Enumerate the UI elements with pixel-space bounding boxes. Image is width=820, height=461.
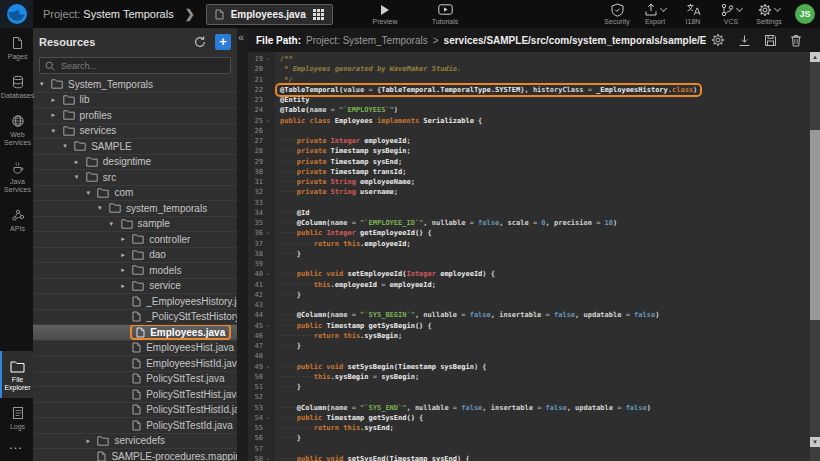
gutter-line: 27 [248, 136, 275, 146]
fold-marker-icon[interactable]: - [263, 54, 273, 64]
tree-item[interactable]: Employees.java [33, 325, 237, 341]
sidebar-item-databases[interactable]: Databases [0, 67, 33, 106]
gutter-line: 32 [248, 187, 275, 197]
gutter-line: 33 [248, 198, 275, 208]
wavemaker-logo[interactable] [0, 0, 33, 28]
filepath-label: File Path: [256, 35, 301, 46]
tree-item[interactable]: SAMPLE-procedures.mappings.json [33, 449, 237, 461]
download-icon[interactable] [738, 34, 751, 47]
sidebar-item-file-explorer[interactable]: File Explorer [0, 351, 33, 398]
sidebar-item-web-services[interactable]: Web Services [0, 106, 33, 153]
video-icon [438, 3, 453, 16]
play-icon [380, 3, 390, 16]
grid-icon[interactable] [313, 9, 324, 20]
code-line: ····} [280, 249, 810, 259]
search-box[interactable] [39, 57, 231, 74]
tree-item[interactable]: EmployeesHistId.java [33, 356, 237, 372]
tree-item[interactable]: ▾sample [33, 217, 237, 233]
code-token: = [331, 106, 339, 114]
topbar-export-button[interactable]: Export [640, 3, 670, 25]
tree-item[interactable]: ▸models [33, 263, 237, 279]
fold-marker-icon[interactable]: - [263, 116, 273, 126]
refresh-icon[interactable] [194, 36, 206, 48]
tree-item[interactable]: ▾SAMPLE [33, 139, 237, 155]
tree-item[interactable]: PolicySttTest.java [33, 372, 237, 388]
sidebar-bottom: File ExplorerLogs [0, 351, 33, 437]
fold-marker-icon[interactable]: - [263, 454, 273, 461]
code-token: = [596, 219, 604, 227]
code-line: ····public void setSysEnd(Timestamp sysE… [280, 454, 810, 461]
sidebar-item-pages[interactable]: Pages [0, 28, 33, 67]
tree-item-label: SAMPLE-procedures.mappings.json [111, 451, 237, 461]
tree-item[interactable]: ▾com [33, 186, 237, 202]
fold-marker-icon[interactable]: - [263, 269, 273, 279]
code-token: this [314, 281, 331, 289]
fold-spacer [263, 280, 273, 290]
line-number: 46 [248, 331, 263, 341]
topbar-settings-button[interactable]: Settings [754, 3, 784, 25]
tree-item[interactable]: _PolicySttTestHistory.java [33, 310, 237, 326]
tree-item[interactable]: _EmployeesHistory.java [33, 294, 237, 310]
topbar-i18n-button[interactable]: I18N [678, 3, 708, 25]
fold-spacer [263, 403, 273, 413]
collapse-panel-icon[interactable]: « [238, 31, 244, 43]
tutorials-button[interactable]: Tutorials [430, 3, 460, 25]
preview-button[interactable]: Preview [370, 3, 400, 25]
tree-item[interactable]: PolicySttTestHist.java [33, 387, 237, 403]
tree-item[interactable]: ▸dao [33, 248, 237, 264]
gutter-line: 58- [248, 454, 275, 461]
fold-marker-icon[interactable]: - [263, 228, 273, 238]
caret-collapsed-icon: ▸ [52, 96, 63, 104]
code-token: this [314, 373, 331, 381]
scroll-up-button[interactable]: ▲ [810, 52, 820, 62]
sidebar-item-java-services[interactable]: Java Services [0, 153, 33, 200]
code-editor[interactable]: 19-202122232425-2627282930313233343536-3… [248, 52, 810, 461]
add-resource-button[interactable]: + [215, 34, 231, 50]
tree-item[interactable]: PolicySttTestHistId.java [33, 403, 237, 419]
save-icon[interactable] [764, 34, 777, 47]
tree-item[interactable]: ▸servicedefs [33, 434, 237, 450]
gutter-line: 46 [248, 331, 275, 341]
code-token: ···· [280, 137, 297, 145]
tree-item[interactable]: ▾services [33, 124, 237, 140]
search-input[interactable] [59, 60, 225, 72]
fold-marker-icon[interactable]: - [263, 413, 273, 423]
code-line [280, 392, 810, 402]
code-token: ) [394, 106, 398, 114]
topbar-vcs-button[interactable]: VCS [716, 3, 746, 25]
tree-item[interactable]: ▸service [33, 279, 237, 295]
folder-icon [97, 436, 109, 446]
user-avatar[interactable]: JS [795, 4, 815, 24]
fold-marker-icon[interactable]: - [263, 362, 273, 372]
tree-item[interactable]: ▾system_temporals [33, 201, 237, 217]
search-icon [45, 61, 55, 71]
tree-item[interactable]: ▸designtime [33, 155, 237, 171]
tree-item[interactable]: ▸lib [33, 93, 237, 109]
code-token: _EmployeesHistory [596, 86, 668, 94]
code-token: ···· [280, 158, 297, 166]
sidebar-item-logs[interactable]: Logs [0, 398, 33, 437]
tree-item[interactable]: EmployeesHist.java [33, 341, 237, 357]
sidebar-item-apis[interactable]: APIs [0, 200, 33, 239]
tree-item[interactable]: ▾src [33, 170, 237, 186]
code-token: ···· [280, 250, 297, 258]
code-token: implements [377, 117, 423, 125]
tree-item[interactable]: ▾System_Temporals [33, 77, 237, 93]
fold-marker-icon[interactable]: - [263, 321, 273, 331]
tree-item[interactable]: ▸profiles [33, 108, 237, 124]
code-token: value [343, 86, 368, 94]
gear-icon[interactable] [711, 33, 725, 47]
topbar-item-label: Security [604, 18, 629, 25]
trash-icon[interactable] [790, 34, 802, 47]
scrollbar-thumb[interactable] [810, 130, 820, 320]
tree-item[interactable]: ▸controller [33, 232, 237, 248]
scroll-down-button[interactable]: ▼ [810, 437, 820, 447]
tree-item[interactable]: PolicySttTestId.java [33, 418, 237, 434]
caret-collapsed-icon: ▸ [86, 437, 97, 445]
sidebar-more-button[interactable]: ... [0, 437, 33, 461]
file-tab-employees-java[interactable]: Employees.java [206, 4, 333, 25]
caret-collapsed-icon: ▸ [52, 111, 63, 119]
tree-item-label: System_Temporals [68, 79, 153, 90]
gutter-line: 50 [248, 372, 275, 382]
topbar-security-button[interactable]: Security [602, 3, 632, 25]
